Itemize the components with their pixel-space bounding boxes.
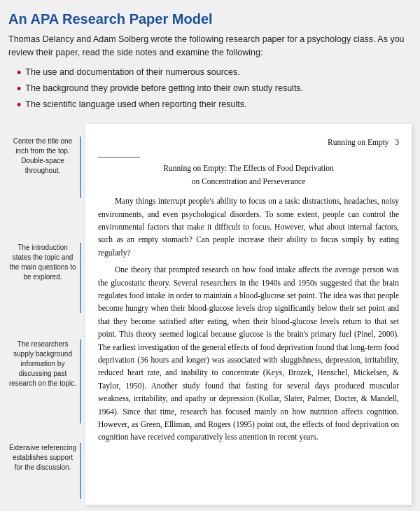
body-paragraph-1: Many things interrupt people's ability t…: [98, 195, 399, 259]
intro-annotation: The introduction states the topic and th…: [8, 243, 80, 282]
title-annotation: Center the title one inch from the top. …: [8, 136, 80, 176]
bullet-dot-3: •: [17, 97, 21, 113]
bullet-dot-2: •: [17, 81, 21, 97]
paper-title-block: Running on Empty: The Effects of Food De…: [98, 162, 399, 188]
bullet-dot-1: •: [17, 65, 21, 81]
page-title: An APA Research Paper Model: [8, 11, 412, 27]
referencing-annotation: Extensive referencing establishes suppor…: [8, 443, 80, 472]
paper-title-line1: Running on Empty: The Effects of Food De…: [98, 162, 399, 174]
side-annotations: Center the title one inch from the top. …: [8, 124, 85, 505]
paper-page: Running on Empty 3 Running on Empty: The…: [85, 124, 412, 505]
paper-title-line2: on Concentration and Perseverance: [98, 175, 399, 188]
outer-container: An APA Research Paper Model Thomas Delan…: [0, 0, 420, 511]
running-head: Running on Empty 3: [328, 136, 399, 149]
main-content-area: Center the title one inch from the top. …: [8, 124, 412, 505]
intro-paragraph: Thomas Delancy and Adam Solberg wrote th…: [8, 33, 412, 59]
paper-header: Running on Empty 3: [98, 136, 399, 149]
bullet-list: • The use and documentation of their num…: [8, 65, 412, 114]
bullet-item-1: • The use and documentation of their num…: [17, 65, 412, 81]
paper-body: Many things interrupt people's ability t…: [98, 195, 399, 443]
body-paragraph-2: One theory that prompted research on how…: [98, 263, 399, 443]
title-divider: [98, 157, 140, 158]
bullet-item-3: • The scientific language used when repo…: [17, 97, 412, 113]
bullet-item-2: • The background they provide before get…: [17, 81, 412, 97]
background-annotation: The researchers supply background inform…: [8, 340, 80, 388]
